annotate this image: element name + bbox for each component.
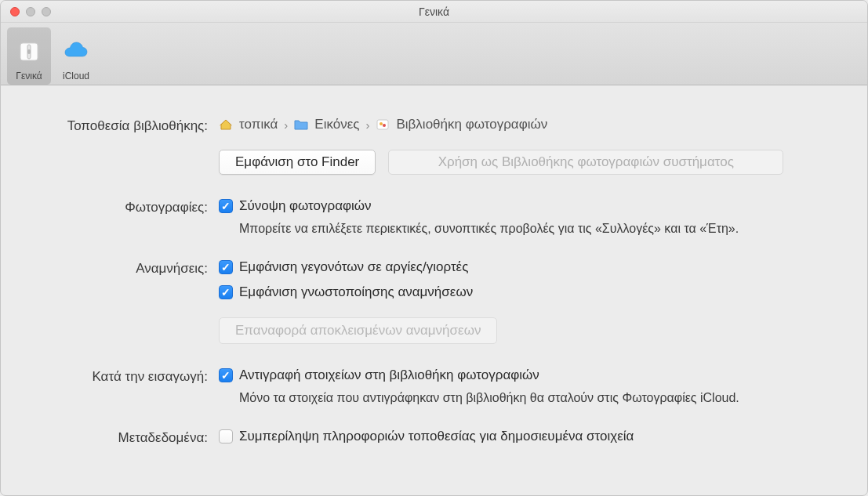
tab-icloud[interactable]: iCloud	[54, 27, 98, 85]
svg-rect-3	[377, 120, 388, 129]
chevron-right-icon: ›	[365, 118, 369, 132]
metadata-label: Μεταδεδομένα:	[32, 429, 219, 446]
titlebar: Γενικά	[1, 1, 867, 23]
general-icon	[13, 36, 45, 67]
photos-row: Φωτογραφίες: Σύνοψη φωτογραφιών Μπορείτε…	[32, 198, 836, 236]
memories-notification-checkbox[interactable]	[219, 285, 233, 299]
home-icon	[219, 119, 233, 130]
holiday-events-checkbox[interactable]	[219, 260, 233, 274]
summarize-photos-checkbox[interactable]	[219, 199, 233, 213]
photos-library-icon	[376, 119, 390, 130]
copy-to-library-label[interactable]: Αντιγραφή στοιχείων στη βιβλιοθήκη φωτογ…	[239, 367, 539, 383]
icloud-icon	[60, 36, 92, 67]
photos-label: Φωτογραφίες:	[32, 198, 219, 215]
summarize-photos-label[interactable]: Σύνοψη φωτογραφιών	[239, 198, 372, 214]
show-in-finder-button[interactable]: Εμφάνιση στο Finder	[219, 150, 376, 175]
folder-icon	[294, 119, 308, 130]
tab-icloud-label: iCloud	[63, 71, 89, 81]
tab-general-label: Γενικά	[16, 71, 42, 81]
tab-general[interactable]: Γενικά	[7, 27, 51, 85]
use-as-system-library-button: Χρήση ως Βιβλιοθήκης φωτογραφιών συστήμα…	[388, 150, 783, 175]
breadcrumb-library[interactable]: Βιβλιοθήκη φωτογραφιών	[396, 117, 547, 132]
breadcrumb-pictures[interactable]: Εικόνες	[314, 117, 359, 132]
copy-to-library-checkbox[interactable]	[219, 368, 233, 382]
svg-point-5	[383, 124, 386, 127]
traffic-lights	[1, 7, 51, 16]
include-location-label[interactable]: Συμπερίληψη πληροφοριών τοποθεσίας για δ…	[239, 429, 634, 444]
memories-row: Αναμνήσεις: Εμφάνιση γεγονότων σε αργίες…	[32, 259, 836, 344]
importing-row: Κατά την εισαγωγή: Αντιγραφή στοιχείων σ…	[32, 367, 836, 405]
metadata-row: Μεταδεδομένα: Συμπερίληψη πληροφοριών το…	[32, 429, 836, 446]
memories-notification-label[interactable]: Εμφάνιση γνωστοποίησης αναμνήσεων	[239, 284, 473, 300]
memories-label: Αναμνήσεις:	[32, 259, 219, 277]
toolbar: Γενικά iCloud	[1, 23, 867, 85]
library-location-label: Τοποθεσία βιβλιοθήκης:	[32, 117, 219, 134]
svg-rect-2	[27, 49, 31, 54]
copy-to-library-help: Μόνο τα στοιχεία που αντιγράφηκαν στη βι…	[239, 391, 836, 405]
library-location-row: Τοποθεσία βιβλιοθήκης: τοπικά › Εικόνες …	[32, 117, 836, 175]
chevron-right-icon: ›	[284, 118, 288, 132]
preferences-window: Γενικά Γενικά iCloud Τοποθεσία βιβ	[0, 0, 868, 496]
close-button[interactable]	[10, 7, 20, 16]
content-pane: Τοποθεσία βιβλιοθήκης: τοπικά › Εικόνες …	[1, 85, 867, 495]
minimize-button[interactable]	[26, 7, 35, 16]
holiday-events-label[interactable]: Εμφάνιση γεγονότων σε αργίες/γιορτές	[239, 259, 468, 275]
breadcrumb: τοπικά › Εικόνες › Βιβλιοθήκη φωτογραφιώ…	[219, 117, 836, 132]
reset-blocked-memories-button: Επαναφορά αποκλεισμένων αναμνήσεων	[219, 317, 497, 344]
importing-label: Κατά την εισαγωγή:	[32, 367, 219, 385]
svg-point-4	[380, 122, 383, 125]
include-location-checkbox[interactable]	[219, 429, 233, 444]
zoom-button[interactable]	[42, 7, 51, 16]
summarize-photos-help: Μπορείτε να επιλέξετε περιεκτικές, συνοπ…	[239, 222, 836, 236]
breadcrumb-home[interactable]: τοπικά	[239, 117, 278, 132]
window-title: Γενικά	[419, 5, 449, 18]
